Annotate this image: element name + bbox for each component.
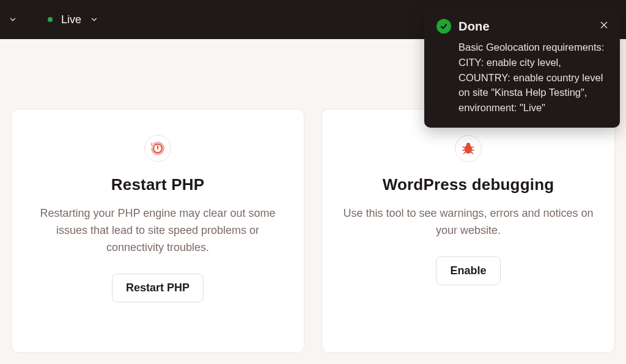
restart-php-button[interactable]: Restart PHP: [112, 274, 204, 302]
card-description: Restarting your PHP engine may clear out…: [32, 205, 283, 257]
toast-close-button[interactable]: [598, 19, 610, 31]
toast-notification: Done Basic Geolocation requirements: CIT…: [424, 8, 620, 128]
svg-line-10: [463, 150, 465, 150]
status-dot-icon: [48, 17, 53, 22]
topbar-left: Live: [9, 13, 98, 26]
card-wp-debug: WordPress debugging Use this tool to see…: [322, 109, 615, 353]
svg-line-11: [471, 150, 474, 150]
card-description: Use this tool to see warnings, errors an…: [343, 205, 594, 239]
chevron-down-icon: [90, 15, 98, 24]
close-icon: [599, 20, 609, 30]
svg-line-9: [471, 147, 473, 148]
svg-point-7: [467, 144, 470, 147]
power-restart-icon: [144, 135, 171, 162]
svg-line-13: [471, 151, 473, 153]
environment-label: Live: [61, 13, 81, 26]
toast-header: Done: [436, 19, 608, 34]
chevron-down-icon[interactable]: [9, 15, 17, 24]
bug-icon: [455, 135, 482, 162]
toast-title: Done: [458, 20, 490, 34]
check-circle-icon: [436, 19, 451, 34]
toast-body: Basic Geolocation requirements: CITY: en…: [458, 40, 608, 115]
environment-selector[interactable]: Live: [48, 13, 98, 26]
card-restart-php: Restart PHP Restarting your PHP engine m…: [11, 109, 304, 353]
enable-debug-button[interactable]: Enable: [436, 257, 500, 285]
svg-line-8: [463, 147, 465, 148]
card-title: Restart PHP: [111, 175, 204, 194]
card-title: WordPress debugging: [383, 175, 554, 194]
svg-line-12: [463, 151, 466, 153]
